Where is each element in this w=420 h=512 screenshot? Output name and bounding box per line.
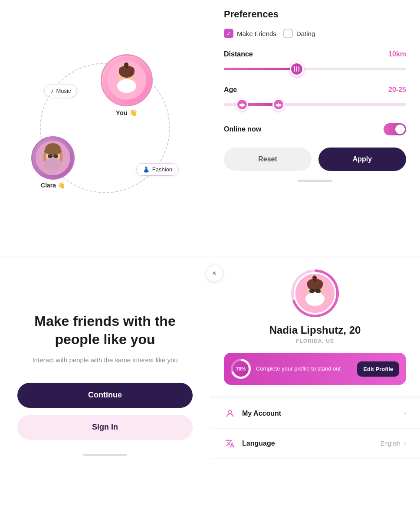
dating-label: Dating — [296, 30, 315, 37]
banner-text: Complete your profile to stand out — [256, 365, 352, 373]
onboard-title: Make friends with the people like you — [17, 312, 193, 348]
you-card: You 👋 — [101, 54, 153, 117]
language-item[interactable]: Language English › — [210, 429, 420, 459]
dating-option[interactable]: Dating — [283, 29, 315, 38]
my-account-item[interactable]: My Account › — [210, 399, 420, 429]
clara-avatar — [31, 136, 75, 180]
svg-rect-17 — [53, 154, 58, 158]
progress-value: 70% — [233, 361, 249, 377]
signin-button[interactable]: Sign In — [17, 415, 193, 440]
pref-options: ✓ Make Friends Dating — [224, 29, 406, 38]
age-range-slider[interactable]: ◀▶ ◀▶ — [224, 98, 406, 111]
svg-rect-28 — [309, 289, 315, 293]
svg-rect-13 — [43, 153, 46, 161]
clara-label: Clara 👋 — [41, 182, 65, 189]
online-now-label: Online now — [224, 125, 261, 133]
svg-point-15 — [44, 158, 62, 170]
toggle-knob — [395, 125, 405, 134]
language-chevron: › — [404, 440, 406, 447]
age-label: Age — [224, 86, 237, 94]
fashion-icon: 👗 — [143, 166, 150, 173]
distance-thumb[interactable] — [290, 62, 304, 76]
bottom-handle — [298, 180, 332, 182]
thumb-icon — [294, 66, 299, 72]
discovery-area: ♪ Music — [23, 41, 187, 215]
distance-label: Distance — [224, 50, 253, 58]
age-section: Age 20-25 — [224, 86, 406, 94]
distance-slider[interactable] — [224, 62, 406, 75]
discovery-panel: ♪ Music — [0, 0, 210, 256]
onboard-handle — [83, 454, 127, 456]
language-label: Language — [242, 440, 381, 447]
svg-rect-29 — [315, 289, 321, 293]
profile-section: Nadia Lipshutz, 20 FLORIDA, US 70% Compl… — [210, 256, 420, 395]
fashion-label: Fashion — [152, 166, 172, 173]
preferences-panel: Preferences ✓ Make Friends Dating Distan… — [210, 0, 420, 256]
profile-banner: 70% Complete your profile to stand out E… — [224, 353, 406, 385]
online-now-row: Online now — [224, 123, 406, 135]
age-thumb-left[interactable]: ◀▶ — [236, 98, 248, 111]
onboard-subtitle: Interact with people with the same inter… — [32, 355, 177, 365]
language-value: English — [381, 440, 400, 447]
menu-section: My Account › Language English › — [210, 399, 420, 512]
distance-section: Distance 10km — [224, 50, 406, 58]
fashion-tag[interactable]: 👗 Fashion — [136, 163, 179, 176]
svg-point-26 — [312, 276, 317, 280]
right-arrow-icon: ◀▶ — [275, 102, 282, 107]
clara-card: Clara 👋 — [31, 136, 75, 189]
you-avatar — [101, 54, 153, 106]
svg-rect-14 — [60, 153, 62, 161]
clara-avatar-inner — [33, 138, 73, 178]
svg-point-31 — [228, 410, 231, 414]
make-friends-checkbox[interactable]: ✓ — [224, 29, 233, 38]
person-icon — [224, 407, 236, 420]
svg-point-8 — [117, 79, 136, 93]
music-tag[interactable]: ♪ Music — [44, 85, 77, 97]
preferences-title: Preferences — [224, 9, 406, 20]
make-friends-option[interactable]: ✓ Make Friends — [224, 29, 276, 38]
svg-rect-12 — [44, 149, 62, 154]
make-friends-label: Make Friends — [237, 30, 276, 37]
distance-value: 10km — [388, 50, 406, 58]
profile-panel: Nadia Lipshutz, 20 FLORIDA, US 70% Compl… — [210, 256, 420, 512]
onboarding-panel: Make friends with the people like you In… — [0, 256, 210, 512]
age-thumb-right[interactable]: ◀▶ — [272, 98, 285, 111]
profile-avatar-ring — [291, 269, 339, 317]
close-icon: × — [212, 269, 216, 277]
music-label: Music — [56, 88, 71, 94]
svg-point-27 — [305, 292, 325, 306]
edit-profile-button[interactable]: Edit Profile — [357, 361, 399, 377]
reset-button[interactable]: Reset — [224, 148, 312, 171]
apply-button[interactable]: Apply — [318, 148, 406, 171]
profile-name: Nadia Lipshutz, 20 — [269, 324, 361, 336]
svg-rect-18 — [52, 156, 53, 157]
distance-fill — [224, 68, 297, 70]
online-toggle[interactable] — [384, 123, 406, 135]
svg-rect-30 — [315, 291, 315, 292]
you-label: You 👋 — [116, 109, 138, 117]
svg-rect-16 — [48, 154, 52, 158]
continue-button[interactable]: Continue — [17, 383, 193, 408]
progress-circle: 70% — [231, 359, 251, 379]
svg-point-7 — [124, 62, 128, 67]
my-account-label: My Account — [242, 410, 404, 417]
filter-buttons: Reset Apply — [224, 148, 406, 171]
age-track — [224, 103, 406, 106]
translate-icon — [224, 437, 236, 450]
my-account-chevron: › — [404, 410, 406, 417]
profile-location: FLORIDA, US — [296, 338, 334, 344]
you-avatar-inner — [103, 56, 151, 104]
age-value: 20-25 — [388, 86, 406, 94]
dating-checkbox[interactable] — [283, 29, 293, 38]
left-arrow-icon: ◀▶ — [239, 102, 246, 107]
profile-avatar — [294, 272, 336, 315]
music-icon: ♪ — [51, 88, 54, 94]
distance-track — [224, 68, 406, 70]
close-button[interactable]: × — [206, 265, 223, 282]
